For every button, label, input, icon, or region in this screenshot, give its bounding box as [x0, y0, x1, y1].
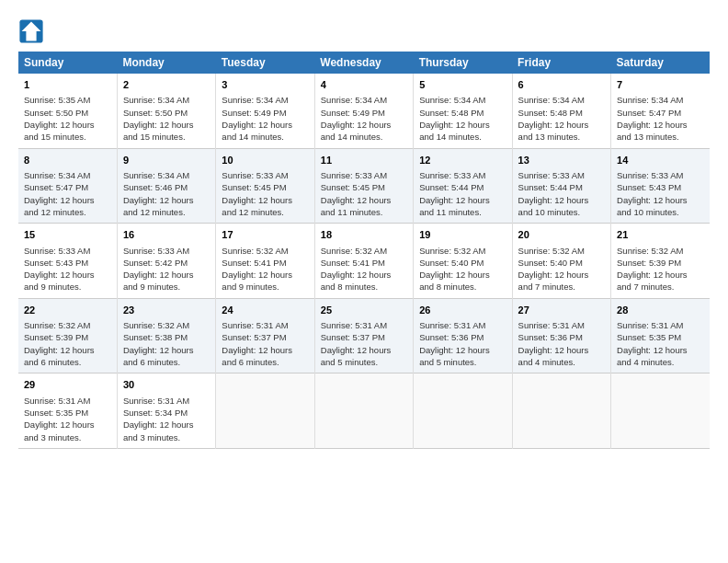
day-number: 10	[222, 154, 308, 167]
sunset-text: Sunset: 5:46 PM	[123, 181, 210, 193]
daylight-text-cont: and 13 minutes.	[518, 131, 605, 143]
sunset-text: Sunset: 5:41 PM	[321, 257, 407, 269]
sunrise-text: Sunrise: 5:32 AM	[419, 245, 506, 257]
sunset-text: Sunset: 5:50 PM	[123, 107, 210, 119]
sunset-text: Sunset: 5:36 PM	[518, 331, 605, 343]
col-wednesday: Wednesday	[314, 52, 413, 74]
daylight-text-cont: and 4 minutes.	[617, 356, 704, 368]
sunrise-text: Sunrise: 5:34 AM	[123, 169, 210, 181]
col-thursday: Thursday	[414, 52, 512, 74]
daylight-text: Daylight: 12 hours	[321, 194, 407, 206]
day-info: Sunrise: 5:31 AMSunset: 5:35 PMDaylight:…	[24, 395, 111, 443]
sunset-text: Sunset: 5:45 PM	[321, 181, 407, 193]
day-info: Sunrise: 5:34 AMSunset: 5:49 PMDaylight:…	[321, 94, 407, 143]
daylight-text: Daylight: 12 hours	[123, 419, 210, 431]
daylight-text-cont: and 9 minutes.	[24, 281, 111, 293]
calendar-cell: 8Sunrise: 5:34 AMSunset: 5:47 PMDaylight…	[18, 148, 117, 224]
calendar-cell: 21Sunrise: 5:32 AMSunset: 5:39 PMDayligh…	[611, 224, 710, 299]
day-info: Sunrise: 5:32 AMSunset: 5:39 PMDaylight:…	[24, 319, 111, 368]
daylight-text: Daylight: 12 hours	[222, 119, 308, 131]
sunrise-text: Sunrise: 5:33 AM	[24, 245, 111, 257]
calendar-cell	[512, 373, 610, 449]
daylight-text: Daylight: 12 hours	[24, 194, 111, 206]
daylight-text: Daylight: 12 hours	[222, 344, 308, 356]
day-number: 23	[123, 304, 210, 317]
day-info: Sunrise: 5:31 AMSunset: 5:37 PMDaylight:…	[321, 319, 407, 368]
calendar-cell: 27Sunrise: 5:31 AMSunset: 5:36 PMDayligh…	[512, 298, 610, 373]
sunrise-text: Sunrise: 5:32 AM	[617, 245, 704, 257]
day-number: 8	[24, 154, 111, 167]
day-info: Sunrise: 5:34 AMSunset: 5:48 PMDaylight:…	[419, 94, 506, 143]
sunset-text: Sunset: 5:47 PM	[617, 107, 704, 119]
day-number: 17	[222, 228, 308, 242]
day-number: 20	[518, 228, 605, 242]
day-info: Sunrise: 5:32 AMSunset: 5:41 PMDaylight:…	[222, 245, 308, 293]
daylight-text-cont: and 15 minutes.	[123, 131, 210, 143]
daylight-text-cont: and 12 minutes.	[123, 206, 210, 218]
logo	[18, 18, 48, 44]
day-number: 21	[617, 228, 704, 242]
day-info: Sunrise: 5:34 AMSunset: 5:50 PMDaylight:…	[123, 94, 210, 143]
daylight-text-cont: and 6 minutes.	[222, 356, 308, 368]
sunrise-text: Sunrise: 5:31 AM	[123, 395, 210, 407]
sunrise-text: Sunrise: 5:31 AM	[518, 319, 605, 331]
day-number: 16	[123, 228, 210, 242]
calendar-cell: 18Sunrise: 5:32 AMSunset: 5:41 PMDayligh…	[314, 224, 413, 299]
day-info: Sunrise: 5:31 AMSunset: 5:36 PMDaylight:…	[518, 319, 605, 368]
daylight-text-cont: and 14 minutes.	[419, 131, 506, 143]
daylight-text: Daylight: 12 hours	[518, 269, 605, 281]
day-info: Sunrise: 5:33 AMSunset: 5:42 PMDaylight:…	[123, 245, 210, 293]
daylight-text-cont: and 8 minutes.	[419, 281, 506, 293]
daylight-text-cont: and 11 minutes.	[419, 206, 506, 218]
day-info: Sunrise: 5:33 AMSunset: 5:43 PMDaylight:…	[617, 169, 704, 218]
day-info: Sunrise: 5:34 AMSunset: 5:46 PMDaylight:…	[123, 169, 210, 218]
day-info: Sunrise: 5:32 AMSunset: 5:40 PMDaylight:…	[419, 245, 506, 293]
daylight-text: Daylight: 12 hours	[24, 119, 111, 131]
daylight-text: Daylight: 12 hours	[222, 194, 308, 206]
sunset-text: Sunset: 5:39 PM	[24, 331, 111, 343]
calendar-row: 1Sunrise: 5:35 AMSunset: 5:50 PMDaylight…	[18, 74, 710, 148]
sunrise-text: Sunrise: 5:33 AM	[321, 169, 407, 181]
sunset-text: Sunset: 5:43 PM	[24, 257, 111, 269]
daylight-text: Daylight: 12 hours	[617, 194, 704, 206]
sunrise-text: Sunrise: 5:31 AM	[24, 395, 111, 407]
calendar-cell: 2Sunrise: 5:34 AMSunset: 5:50 PMDaylight…	[117, 74, 215, 148]
day-number: 14	[617, 154, 704, 167]
sunset-text: Sunset: 5:35 PM	[24, 407, 111, 419]
sunset-text: Sunset: 5:37 PM	[222, 331, 308, 343]
daylight-text-cont: and 5 minutes.	[321, 356, 407, 368]
daylight-text-cont: and 7 minutes.	[617, 281, 704, 293]
daylight-text-cont: and 10 minutes.	[518, 206, 605, 218]
day-info: Sunrise: 5:33 AMSunset: 5:45 PMDaylight:…	[222, 169, 308, 218]
sunrise-text: Sunrise: 5:33 AM	[222, 169, 308, 181]
sunrise-text: Sunrise: 5:32 AM	[321, 245, 407, 257]
calendar-cell: 13Sunrise: 5:33 AMSunset: 5:44 PMDayligh…	[512, 148, 610, 224]
sunset-text: Sunset: 5:41 PM	[222, 257, 308, 269]
calendar-cell: 20Sunrise: 5:32 AMSunset: 5:40 PMDayligh…	[512, 224, 610, 299]
col-monday: Monday	[117, 52, 215, 74]
sunset-text: Sunset: 5:48 PM	[419, 107, 506, 119]
day-number: 5	[419, 78, 506, 92]
sunset-text: Sunset: 5:44 PM	[518, 181, 605, 193]
day-number: 27	[518, 304, 605, 317]
col-saturday: Saturday	[611, 52, 710, 74]
sunrise-text: Sunrise: 5:32 AM	[123, 319, 210, 331]
daylight-text-cont: and 15 minutes.	[24, 131, 111, 143]
daylight-text-cont: and 9 minutes.	[123, 281, 210, 293]
calendar-cell: 17Sunrise: 5:32 AMSunset: 5:41 PMDayligh…	[216, 224, 314, 299]
col-tuesday: Tuesday	[216, 52, 314, 74]
day-info: Sunrise: 5:32 AMSunset: 5:41 PMDaylight:…	[321, 245, 407, 293]
daylight-text: Daylight: 12 hours	[518, 194, 605, 206]
day-number: 26	[419, 304, 506, 317]
calendar-cell: 4Sunrise: 5:34 AMSunset: 5:49 PMDaylight…	[314, 74, 413, 148]
daylight-text-cont: and 5 minutes.	[419, 356, 506, 368]
sunset-text: Sunset: 5:40 PM	[419, 257, 506, 269]
sunrise-text: Sunrise: 5:33 AM	[518, 169, 605, 181]
daylight-text-cont: and 13 minutes.	[617, 131, 704, 143]
daylight-text: Daylight: 12 hours	[321, 344, 407, 356]
calendar-cell: 22Sunrise: 5:32 AMSunset: 5:39 PMDayligh…	[18, 298, 117, 373]
calendar-row: 15Sunrise: 5:33 AMSunset: 5:43 PMDayligh…	[18, 224, 710, 299]
day-number: 22	[24, 304, 111, 317]
calendar-cell	[414, 373, 512, 449]
sunset-text: Sunset: 5:37 PM	[321, 331, 407, 343]
